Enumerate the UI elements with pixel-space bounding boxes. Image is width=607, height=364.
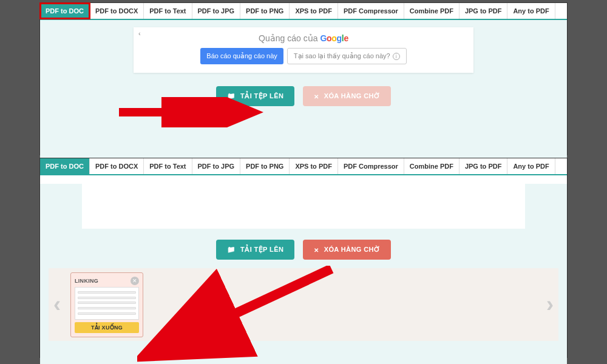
close-icon bbox=[314, 246, 319, 254]
upload-icon bbox=[227, 246, 236, 254]
format-tabs-top: PDF to DOC PDF to DOCX PDF to Text PDF t… bbox=[40, 3, 567, 20]
carousel-next-icon[interactable]: › bbox=[541, 292, 558, 317]
file-name-label: LINKING bbox=[75, 278, 98, 284]
upload-button-top[interactable]: TẢI TỆP LÊN bbox=[216, 86, 295, 106]
tab-any-to-pdf-b[interactable]: Any to PDF bbox=[507, 158, 555, 174]
ad-placeholder-banner bbox=[82, 184, 525, 229]
tab-pdf-to-docx-b[interactable]: PDF to DOCX bbox=[90, 158, 144, 174]
tab-jpg-to-pdf[interactable]: JPG to PDF bbox=[459, 3, 508, 19]
report-ad-button[interactable]: Báo cáo quảng cáo này bbox=[200, 48, 283, 64]
tab-pdf-to-png[interactable]: PDF to PNG bbox=[240, 3, 290, 19]
file-queue-strip: ‹ LINKING ✕ TẢI XUỐNG › bbox=[49, 268, 558, 341]
format-tabs-bottom: PDF to DOC PDF to DOCX PDF to Text PDF t… bbox=[40, 158, 567, 175]
info-icon: i bbox=[393, 53, 400, 60]
remove-file-icon[interactable]: ✕ bbox=[131, 277, 139, 285]
download-button[interactable]: TẢI XUỐNG bbox=[75, 322, 139, 333]
tab-pdf-compressor[interactable]: PDF Compressor bbox=[338, 3, 404, 19]
screenshot-bottom: PDF to DOC PDF to DOCX PDF to Text PDF t… bbox=[39, 158, 568, 358]
carousel-prev-icon[interactable]: ‹ bbox=[49, 292, 66, 317]
google-ad-banner: ‹ Quảng cáo của Google Báo cáo quảng cáo… bbox=[134, 27, 473, 73]
why-ad-button[interactable]: Tại sao lại thấy quảng cáo này?i bbox=[287, 48, 407, 64]
tab-pdf-to-docx[interactable]: PDF to DOCX bbox=[90, 3, 144, 19]
tab-pdf-compressor-b[interactable]: PDF Compressor bbox=[338, 158, 404, 174]
screenshot-top: PDF to DOC PDF to DOCX PDF to Text PDF t… bbox=[39, 2, 568, 155]
ad-title: Quảng cáo của Google bbox=[134, 33, 473, 43]
tab-xps-to-pdf[interactable]: XPS to PDF bbox=[290, 3, 338, 19]
file-thumbnail bbox=[75, 287, 139, 320]
tab-combine-pdf-b[interactable]: Combine PDF bbox=[404, 158, 459, 174]
tab-xps-to-pdf-b[interactable]: XPS to PDF bbox=[290, 158, 338, 174]
close-icon bbox=[314, 93, 319, 100]
upload-button-bottom[interactable]: TẢI TỆP LÊN bbox=[216, 240, 295, 260]
tab-pdf-to-jpg-b[interactable]: PDF to JPG bbox=[192, 158, 241, 174]
tab-pdf-to-jpg[interactable]: PDF to JPG bbox=[192, 3, 241, 19]
upload-icon bbox=[227, 92, 236, 100]
tab-jpg-to-pdf-b[interactable]: JPG to PDF bbox=[459, 158, 508, 174]
clear-queue-button-top: XÓA HÀNG CHỜ bbox=[303, 86, 391, 106]
clear-queue-button-bottom[interactable]: XÓA HÀNG CHỜ bbox=[303, 240, 391, 260]
tab-pdf-to-png-b[interactable]: PDF to PNG bbox=[240, 158, 290, 174]
tab-pdf-to-doc[interactable]: PDF to DOC bbox=[40, 3, 90, 19]
ad-collapse-icon[interactable]: ‹ bbox=[138, 30, 141, 37]
tab-pdf-to-text[interactable]: PDF to Text bbox=[144, 3, 192, 19]
converted-file-card: LINKING ✕ TẢI XUỐNG bbox=[70, 272, 143, 337]
tab-pdf-to-doc-b[interactable]: PDF to DOC bbox=[40, 158, 90, 174]
tab-any-to-pdf[interactable]: Any to PDF bbox=[507, 3, 555, 19]
tab-combine-pdf[interactable]: Combine PDF bbox=[404, 3, 459, 19]
tab-pdf-to-text-b[interactable]: PDF to Text bbox=[144, 158, 192, 174]
